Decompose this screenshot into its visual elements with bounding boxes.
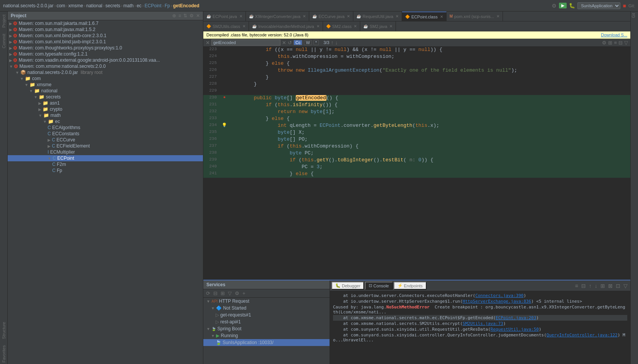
tree-item-fp[interactable]: C Fp <box>8 167 203 174</box>
tree-item-f2m[interactable]: C F2m <box>8 161 203 167</box>
tree-item-maven-7[interactable]: ▶ 🅜 Maven: com.vaadin.external.google:an… <box>8 57 203 63</box>
svc-item-http[interactable]: ▼ API HTTP Request <box>203 298 330 305</box>
tree-item-maven-1[interactable]: ▶ 🅜 Maven: com.sun.mail:jakarta.mail:1.6… <box>8 20 203 26</box>
tree-item-xmsme[interactable]: ▼ 📁 xmsme <box>8 82 203 88</box>
breadcrumb-math[interactable]: math <box>123 3 134 8</box>
search-w-btn[interactable]: W <box>304 40 312 45</box>
settings-icon-btn[interactable]: ⚙ <box>552 3 557 9</box>
tab-x9integer-java[interactable]: ☕ X9IntegerConverter.java ✕ <box>246 11 310 21</box>
tree-item-maven-6[interactable]: ▶ 🅜 Maven: com.typesafe:config:1.2.1 <box>8 51 203 57</box>
filter-btn-4[interactable]: ⊟ <box>618 40 623 46</box>
bottom-tab-console[interactable]: ⊡ Console <box>365 282 392 290</box>
breadcrumb-ecpoint[interactable]: ECPoint <box>145 3 162 8</box>
tree-item-ec[interactable]: ▼ 📁 ec <box>8 118 203 125</box>
tree-item-com[interactable]: ▼ 📁 com <box>8 75 203 82</box>
bottom-tool-btn-3[interactable]: ↑ <box>588 282 593 289</box>
close-panel-icon[interactable]: ✕ <box>196 13 200 18</box>
svc-filter-btn[interactable]: ▽ <box>227 290 233 297</box>
right-label-1[interactable]: Git <box>631 11 638 20</box>
svc-item-get-requests[interactable]: ▷ get-requests#1 <box>203 312 330 318</box>
bottom-tool-btn-2[interactable]: ⊟ <box>580 282 587 289</box>
tab-sm2utils-class[interactable]: 🔶 SM2Utils.class ✕ <box>203 21 249 31</box>
filter-btn-2[interactable]: ⊞ <box>608 40 612 46</box>
tab-eccurve-java[interactable]: ☕ ECCurve.java ✕ <box>309 11 353 21</box>
app-selector[interactable]: SunIsApplication <box>577 2 620 9</box>
svc-item-rest-api[interactable]: ▷ rest-api#1 <box>203 318 330 325</box>
tree-item-ecpoint[interactable]: ▼ C ECPoint <box>8 155 203 161</box>
tree-item-math[interactable]: ▼ 📁 math <box>8 112 203 118</box>
bottom-tool-btn-7[interactable]: ⊡ <box>615 282 622 289</box>
svc-settings-btn[interactable]: ⚙ <box>234 290 241 297</box>
tab-pom-xml[interactable]: M pom.xml (scp-sunis... ✕ <box>447 11 503 21</box>
favorites-icon[interactable]: Favorites <box>1 344 7 364</box>
collapse-icon[interactable]: ≡ <box>178 13 181 18</box>
breadcrumb-ec[interactable]: ec <box>137 3 142 8</box>
tab-sm2-class[interactable]: 🔶 SM2.class ✕ <box>323 21 361 31</box>
search-down-btn[interactable]: ↓ <box>335 39 338 46</box>
tree-item-ecmultiplier[interactable]: I ECMultiplier <box>8 149 203 155</box>
bottom-tool-btn-5[interactable]: ⊞ <box>599 282 606 289</box>
bottom-tool-btn-8[interactable]: ▽ <box>622 282 629 289</box>
svc-add-btn[interactable]: + <box>241 290 247 297</box>
tab-ecpoint-java[interactable]: ☕ ECPoint.java ✕ <box>203 11 246 21</box>
code-editor[interactable]: 223 if ((x == null || y != null) && (x !… <box>203 47 630 280</box>
tree-item-ecalgorithms[interactable]: C ECAlgorithms <box>8 125 203 131</box>
download-link[interactable]: Download S... <box>601 33 627 37</box>
tree-item-asn1[interactable]: ▶ 📁 asn1 <box>8 100 203 106</box>
expand-icon[interactable]: ⇅ <box>183 13 187 18</box>
tree-item-ecconstants[interactable]: C ECConstants <box>8 131 203 137</box>
search-cc-btn[interactable]: Cc <box>293 40 302 45</box>
tree-item-maven-2[interactable]: ▶ 🅜 Maven: com.sun.mail:javax.mail:1.5.2 <box>8 26 203 33</box>
search-close-btn[interactable]: ✕ <box>206 40 210 46</box>
breadcrumb-fp[interactable]: Fp <box>165 3 170 8</box>
tree-item-maven-national[interactable]: ▼ 🅜 Maven: com.xmsme:national.secrets:2.… <box>8 63 203 69</box>
tree-item-crypto[interactable]: ▶ 📁 crypto <box>8 106 203 112</box>
breadcrumb-secrets[interactable]: secrets <box>106 3 120 8</box>
tree-item-secrets[interactable]: ▼ 📁 secrets <box>8 94 203 100</box>
breadcrumb-national[interactable]: national <box>86 3 102 8</box>
tree-item-maven-5[interactable]: ▶ 🅜 Maven: com.thoughtworks.proxytoys:pr… <box>8 45 203 51</box>
tab-invocable-java[interactable]: ☕ InvocableHandlerMethod.java ✕ <box>249 21 323 31</box>
breadcrumb-getencoded[interactable]: getEncoded <box>173 3 199 8</box>
tree-item-ecfieldelement[interactable]: ▶ C ECFieldElement <box>8 143 203 149</box>
tree-item-national[interactable]: ▼ 📁 national <box>8 88 203 94</box>
project-icon[interactable]: Project <box>1 13 7 29</box>
tree-item-maven-3[interactable]: ▶ 🅜 Maven: com.sun.xml.bind:jaxb-core:2.… <box>8 33 203 39</box>
run-button[interactable]: ▶ <box>559 3 567 8</box>
tree-item-maven-4[interactable]: ▶ 🅜 Maven: com.sun.xml.bind:jaxb-impl:2.… <box>8 39 203 45</box>
svc-item-spring-boot[interactable]: ▼ 🍃 Spring Boot <box>203 325 330 332</box>
svc-item-not-started[interactable]: ▼ 🔷 Not Started <box>203 305 330 312</box>
tab-requestutil-java[interactable]: ☕ RequestUtil.java ✕ <box>353 11 402 21</box>
debug-button[interactable]: 🐛 <box>569 3 575 8</box>
breadcrumb-com[interactable]: com <box>56 3 65 8</box>
gear-icon[interactable]: ⚙ <box>190 13 194 18</box>
commit-icon[interactable]: Commit <box>1 32 7 50</box>
locate-icon[interactable]: ⊕ <box>172 13 176 18</box>
svc-item-sunisapp[interactable]: 🍃 SunIsApplication :10033/ <box>203 339 330 346</box>
search-star-btn[interactable]: * <box>313 40 319 45</box>
tree-item-eccurve[interactable]: ▶ C ECCurve <box>8 137 203 143</box>
bottom-tab-debugger[interactable]: 🐛 Debugger <box>331 282 364 290</box>
search-clear-btn[interactable]: ✕ <box>282 40 286 46</box>
svc-item-running[interactable]: ▼ ▶ Running <box>203 332 330 339</box>
breadcrumb-xmsme[interactable]: xmsme <box>68 3 83 8</box>
stop-button[interactable]: ■ <box>623 3 626 9</box>
filter-btn-1[interactable]: ⚙ <box>602 40 607 46</box>
tab-sm2-java[interactable]: ☕ SM2.java ✕ <box>360 21 396 31</box>
svc-refresh-btn[interactable]: ⟳ <box>205 290 211 297</box>
tab-ecpoint-class[interactable]: 🔶 ECPoint.class ✕ <box>402 11 446 21</box>
svc-collapse-btn[interactable]: ⊟ <box>212 290 219 297</box>
structure-icon[interactable]: Structure <box>1 320 7 341</box>
search-input[interactable] <box>211 39 280 46</box>
filter-btn-5[interactable]: ▽ <box>624 40 628 46</box>
bottom-tool-btn-6[interactable]: ⊠ <box>607 282 614 289</box>
filter-btn-3[interactable]: ≡ <box>614 40 617 46</box>
breadcrumb-jar[interactable]: national.secrets-2.0.0.jar <box>3 3 53 8</box>
bottom-tool-btn-4[interactable]: ↓ <box>593 282 598 289</box>
bottom-tool-btn-1[interactable]: ≡ <box>574 282 579 289</box>
svc-expand-btn[interactable]: ⊞ <box>219 290 226 297</box>
search-prev-btn[interactable]: ↺ <box>288 40 292 46</box>
bottom-tab-endpoints[interactable]: ⚡ Endpoints <box>394 282 427 290</box>
search-up-btn[interactable]: ↑ <box>331 39 333 46</box>
tree-item-jar[interactable]: ▼ 📦 national.secrets-2.0.0.jar library r… <box>8 69 203 75</box>
